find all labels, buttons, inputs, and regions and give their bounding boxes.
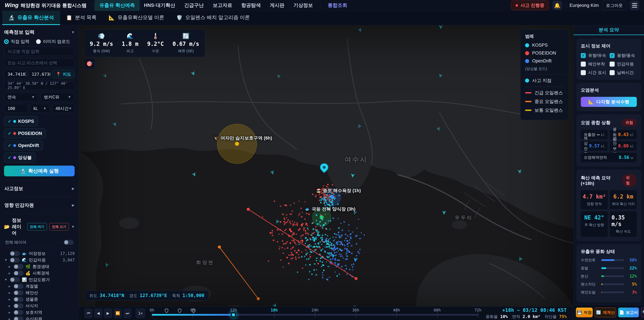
timeline-handle[interactable] [231,312,236,317]
zone-label-국동 전복 양식장 (3h): 🐟국동 전복 양식장 (3h) [305,206,355,212]
layer-toggle[interactable] [14,297,24,302]
report-button[interactable]: 📄보고서 [618,307,639,317]
forecast-value: 6.2 km [613,193,633,200]
spill-type-select[interactable]: 연속 ▼ [4,93,38,102]
unit-value: kL [34,106,38,111]
legend-label: OpenDrift [532,58,552,64]
fast-forward-button[interactable]: ⏩ [114,308,122,318]
layer-toggle[interactable] [10,258,20,263]
master-layer-toggle[interactable] [64,240,74,245]
nav-item-보고자료[interactable]: 보고자료 [209,0,236,11]
logout-button[interactable]: 로그아웃 [602,1,626,10]
recalc-button[interactable]: 🔄재계산 [595,307,616,317]
checkbox-유향/유속[interactable]: ✓유향/유속 [581,53,608,58]
menu-button[interactable] [630,1,639,10]
longitude-input[interactable]: 127.673856994 [28,70,50,79]
prediction-input-header[interactable]: 예측정보 입력 ▼ [4,29,75,36]
current-arrow-icon [436,127,441,132]
polygon-analysis-button[interactable]: 📐 다각형 분석수행 [581,97,637,107]
checkbox-시간 표시[interactable]: 시간 표시 [581,70,608,75]
skip-end-button[interactable]: ⏭ [124,308,132,318]
speed-button[interactable]: 1× [136,308,145,318]
play-button[interactable]: ▶ [104,308,112,318]
incident-name-input[interactable]: 사고명 직접 입력 [4,47,75,56]
sidebar-section-영향 민감자원[interactable]: 영향 민감자원▶ [4,197,75,210]
layer-toggle[interactable] [14,290,24,295]
radio-image-upload[interactable]: 이미지 업로드 [36,39,70,45]
bar-fill [601,259,614,261]
radio-direct-input[interactable]: 직접 입력 [4,39,29,45]
run-prediction-button[interactable]: 🔬 확산예측 실행 [4,166,75,176]
map-pin-icon: 📍 [56,72,61,77]
layer-toggle[interactable] [14,271,24,276]
map-canvas[interactable]: 여수시우두리화양면 🦅여자만 습지보호구역 (6h)🏖️종포 해수욕장 (1h)… [79,25,574,320]
checkbox-풍향/풍속[interactable]: ✓풍향/풍속 [610,53,637,58]
fence-marker-shield-icon[interactable] [192,308,196,314]
nav-item-항공탐색[interactable]: 항공탐색 [237,0,265,11]
nav-item-기상정보[interactable]: 기상정보 [290,0,317,11]
checkbox-해안부착[interactable]: 해안부착 [581,61,608,67]
layer-caret-icon[interactable]: ▼ [4,278,8,281]
checkbox-민감자원[interactable]: 민감자원 [610,61,637,67]
nav-item-긴급구난[interactable]: 긴급구난 [180,0,208,11]
duration-select[interactable]: 48시간 ▼ [52,104,75,113]
tab-유출유 확산분석[interactable]: 🔬유출유 확산분석 [2,11,60,25]
layer-caret-icon[interactable]: ▶ [8,318,12,320]
model-label: KOSPS [18,119,34,124]
oil-type-value: 벙커C유 [44,94,60,100]
all-layers-on-button[interactable]: 전체 켜기 [27,223,47,231]
all-layers-off-button[interactable]: 전체 끄기 [49,223,69,231]
fence-marker-shield-icon[interactable] [165,308,168,314]
notifications-button[interactable]: 🔔 [552,1,562,10]
legend-label: 중요 오일펜스 [534,99,563,105]
skip-start-button[interactable]: ⏮ [84,308,92,318]
layer-toggle[interactable] [14,264,24,269]
back-button[interactable]: 🔍역추적 [641,307,644,317]
layer-toggle[interactable] [14,284,24,289]
layer-caret-icon[interactable]: ▶ [8,285,12,288]
model-chip-앙상블[interactable]: ✓앙상블 [4,153,36,163]
model-chip-OpenDrift[interactable]: ✓OpenDrift [4,140,43,151]
layer-toggle[interactable] [14,310,24,315]
tab-오일펜스 배치 알고리즘 이론[interactable]: 🛡️오일펜스 배치 알고리즘 이론 [170,11,256,25]
layer-caret-icon[interactable]: ▶ [8,272,12,274]
layer-toggle[interactable] [10,251,20,256]
latitude-input[interactable]: 34.7418271295 [4,70,26,79]
layer-toggle[interactable] [10,277,20,282]
layer-caret-icon[interactable]: ▶ [8,311,12,314]
model-chip-POSEIDON[interactable]: ✓POSEIDON [4,128,46,138]
legend-model-POSEIDON: POSEIDON [525,51,564,56]
lon-value: 127.6739°E [140,293,167,298]
oil-type-select[interactable]: 벙커C유 ▼ [40,93,75,102]
wave-icon: 🌊 [22,258,27,262]
step-back-button[interactable]: ◀ [94,308,102,318]
layer-toggle[interactable] [14,303,24,308]
layer-caret-icon[interactable]: ▼ [4,258,8,262]
unit-select[interactable]: kL ▼ [30,104,50,113]
layer-caret-icon[interactable]: ▶ [8,265,12,268]
locate-incident-button[interactable]: 🎯 [84,58,95,69]
tab-분석 목록[interactable]: 📋분석 목록 [60,11,103,25]
incident-list-select[interactable]: 또는 사고 리스트에서 선택 [4,58,75,67]
tab-유출유확산모델 이론[interactable]: 📐유출유확산모델 이론 [103,11,170,25]
layer-caret-icon[interactable]: ▶ [8,304,12,307]
nav-item-HNS·대기확산[interactable]: HNS·대기확산 [140,0,179,11]
sidebar-section-사고정보[interactable]: 사고정보▶ [4,180,75,193]
model-chip-KOSPS[interactable]: ✓KOSPS [4,116,38,126]
bird-icon: 🦅 [214,136,219,140]
pick-on-map-button[interactable]: 📍 지도 [52,70,75,79]
fence-marker-shield-icon[interactable] [178,308,181,314]
timeline-track[interactable]: 0h6h12h18h24h36h48h60h72h [152,306,478,320]
layer-caret-icon[interactable]: ▶ [8,291,12,294]
incident-pin-icon[interactable] [320,163,328,173]
stat-number: — [597,132,600,137]
action-label: 보고서 [626,310,638,315]
layer-toggle[interactable] [14,316,24,320]
amount-input[interactable]: 100 [4,104,28,113]
nav-item-게시판[interactable]: 게시판 [266,0,288,11]
layer-caret-icon[interactable]: ▶ [8,298,12,301]
nav-item-유출유 확산예측[interactable]: 유출유 확산예측 [96,0,139,11]
save-button[interactable]: 💾저장 [576,307,593,317]
checkbox-날짜시간[interactable]: 날짜시간 [610,70,637,75]
nav-item-통합조회[interactable]: 통합조회 [324,0,351,11]
